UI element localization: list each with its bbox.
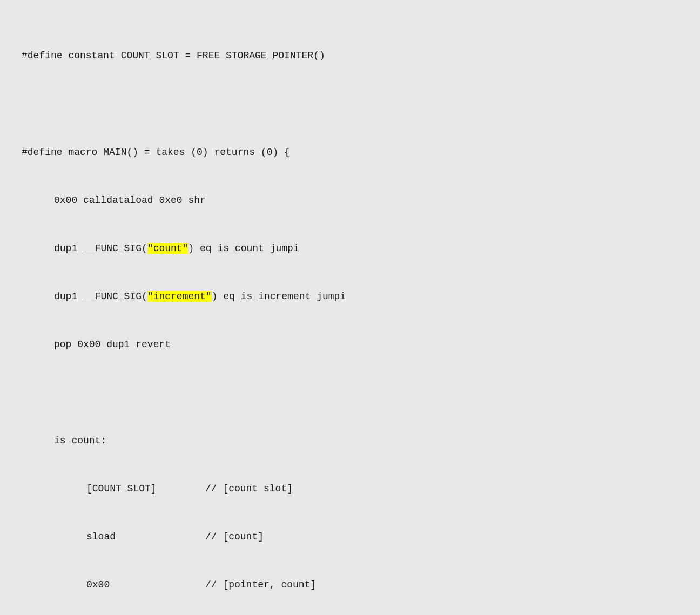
line-6-highlight: "increment" (147, 291, 212, 302)
line-7-text: pop 0x00 dup1 revert (54, 339, 171, 350)
line-5-suffix: ) eq is_count jumpi (188, 243, 299, 254)
line-11: sload// [count] (22, 529, 678, 545)
empty-line-1 (22, 96, 678, 112)
line-3: #define macro MAIN() = takes (0) returns… (22, 145, 678, 161)
line-4: 0x00 calldataload 0xe0 shr (22, 193, 678, 209)
line-10-code: [COUNT_SLOT] (86, 481, 205, 497)
line-6: dup1 __FUNC_SIG("increment") eq is_incre… (22, 289, 678, 305)
line-1-text: #define constant COUNT_SLOT = FREE_STORA… (22, 50, 325, 61)
line-5: dup1 __FUNC_SIG("count") eq is_count jum… (22, 241, 678, 257)
line-10: [COUNT_SLOT]// [count_slot] (22, 481, 678, 497)
line-5-highlight: "count" (147, 243, 189, 254)
line-4-text: 0x00 calldataload 0xe0 shr (54, 195, 206, 206)
line-9-text: is_count: (54, 435, 106, 446)
line-3-text: #define macro MAIN() = takes (0) returns… (22, 147, 290, 158)
code-block: #define constant COUNT_SLOT = FREE_STORA… (22, 16, 678, 615)
line-11-code: sload (86, 529, 205, 545)
line-10-comment: // [count_slot] (205, 483, 293, 494)
line-6-prefix: dup1 __FUNC_SIG( (54, 291, 147, 302)
line-12-code: 0x00 (86, 577, 205, 593)
line-5-prefix: dup1 __FUNC_SIG( (54, 243, 147, 254)
line-1: #define constant COUNT_SLOT = FREE_STORA… (22, 48, 678, 64)
line-9: is_count: (22, 433, 678, 449)
line-6-suffix: ) eq is_increment jumpi (212, 291, 346, 302)
empty-line-2 (22, 385, 678, 401)
line-12-comment: // [pointer, count] (205, 579, 316, 590)
line-11-comment: // [count] (205, 531, 264, 542)
line-7: pop 0x00 dup1 revert (22, 337, 678, 353)
line-12: 0x00// [pointer, count] (22, 577, 678, 593)
